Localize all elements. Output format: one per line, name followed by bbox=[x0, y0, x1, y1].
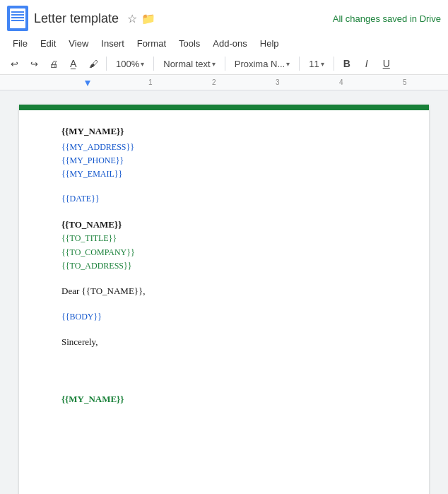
zoom-value: 100% bbox=[116, 59, 139, 69]
print-icon: 🖨 bbox=[49, 59, 59, 69]
size-dropdown-icon: ▾ bbox=[321, 60, 324, 68]
to-address-field: {{TO_ADDRESS}} bbox=[61, 259, 387, 273]
style-select[interactable]: Normal text ▾ bbox=[158, 57, 220, 71]
date-field: {{DATE}} bbox=[61, 192, 387, 206]
paint-icon: 🖌 bbox=[89, 59, 98, 69]
menu-edit[interactable]: Edit bbox=[35, 35, 61, 52]
font-value: Proxima N... bbox=[235, 59, 285, 69]
body-field: {{BODY}} bbox=[61, 310, 387, 324]
doc-icon bbox=[7, 6, 28, 31]
svg-text:4: 4 bbox=[339, 78, 343, 86]
zoom-dropdown-icon: ▾ bbox=[141, 60, 144, 68]
folder-icon[interactable]: 📁 bbox=[141, 12, 155, 25]
toolbar: ↩ ↪ 🖨 A̲ 🖌 100% ▾ Normal text ▾ Proxima … bbox=[0, 53, 448, 75]
spellcheck-icon: A̲ bbox=[70, 58, 77, 69]
separator-5 bbox=[334, 57, 334, 71]
separator-2 bbox=[153, 57, 154, 71]
bold-button[interactable]: B bbox=[338, 56, 355, 71]
menu-format[interactable]: Format bbox=[131, 35, 172, 52]
doc-area: {{MY_NAME}} {{MY_ADDRESS}} {{MY_PHONE}} … bbox=[0, 90, 448, 494]
doc-title: Letter template bbox=[34, 11, 119, 26]
style-value: Normal text bbox=[163, 59, 210, 69]
document-page: {{MY_NAME}} {{MY_ADDRESS}} {{MY_PHONE}} … bbox=[19, 105, 429, 494]
svg-text:5: 5 bbox=[403, 78, 407, 86]
menu-addons[interactable]: Add-ons bbox=[207, 35, 252, 52]
my-phone-field: {{MY_PHONE}} bbox=[61, 154, 387, 167]
separator-1 bbox=[106, 57, 107, 71]
redo-button[interactable]: ↪ bbox=[25, 57, 42, 71]
separator-3 bbox=[225, 57, 225, 71]
title-bar: Letter template ☆ 📁 All changes saved in… bbox=[0, 0, 448, 34]
saved-status: All changes saved in Drive bbox=[333, 13, 441, 24]
my-address-field: {{MY_ADDRESS}} bbox=[61, 141, 387, 154]
my-email-field: {{MY_EMAIL}} bbox=[61, 167, 387, 181]
size-select[interactable]: 11 ▾ bbox=[304, 57, 329, 71]
dear-line: Dear {{TO_NAME}}, bbox=[61, 284, 387, 299]
menu-insert[interactable]: Insert bbox=[95, 35, 130, 52]
svg-text:1: 1 bbox=[148, 78, 153, 86]
zoom-select[interactable]: 100% ▾ bbox=[111, 57, 149, 71]
svg-text:2: 2 bbox=[212, 78, 216, 86]
title-actions: ☆ 📁 bbox=[127, 12, 155, 25]
my-name-field: {{MY_NAME}} bbox=[61, 124, 387, 139]
to-title-field: {{TO_TITLE}} bbox=[61, 232, 387, 245]
menu-bar: File Edit View Insert Format Tools Add-o… bbox=[0, 34, 448, 53]
menu-file[interactable]: File bbox=[7, 35, 33, 52]
menu-help[interactable]: Help bbox=[254, 35, 285, 52]
separator-4 bbox=[299, 57, 300, 71]
print-button[interactable]: 🖨 bbox=[45, 57, 62, 71]
doc-content[interactable]: {{MY_NAME}} {{MY_ADDRESS}} {{MY_PHONE}} … bbox=[61, 124, 387, 406]
star-icon[interactable]: ☆ bbox=[127, 12, 137, 25]
spell-check-button[interactable]: A̲ bbox=[65, 56, 82, 71]
to-company-field: {{TO_COMPANY}} bbox=[61, 246, 387, 259]
menu-view[interactable]: View bbox=[63, 35, 94, 52]
closing-text: Sincerely, bbox=[61, 335, 387, 350]
style-dropdown-icon: ▾ bbox=[212, 60, 216, 68]
svg-rect-0 bbox=[0, 75, 448, 90]
underline-button[interactable]: U bbox=[378, 56, 395, 71]
green-header-bar bbox=[19, 105, 429, 110]
ruler-svg: 1 2 3 4 5 bbox=[0, 75, 448, 90]
font-dropdown-icon: ▾ bbox=[286, 60, 290, 68]
font-select[interactable]: Proxima N... ▾ bbox=[230, 57, 295, 71]
menu-tools[interactable]: Tools bbox=[173, 35, 206, 52]
italic-button[interactable]: I bbox=[358, 56, 375, 71]
svg-text:3: 3 bbox=[276, 78, 280, 86]
ruler: 1 2 3 4 5 bbox=[0, 75, 448, 90]
undo-button[interactable]: ↩ bbox=[6, 57, 23, 71]
to-name-field: {{TO_NAME}} bbox=[61, 218, 387, 233]
paint-format-button[interactable]: 🖌 bbox=[85, 57, 102, 71]
my-name-footer-field: {{MY_NAME}} bbox=[61, 392, 387, 407]
size-value: 11 bbox=[309, 59, 319, 69]
